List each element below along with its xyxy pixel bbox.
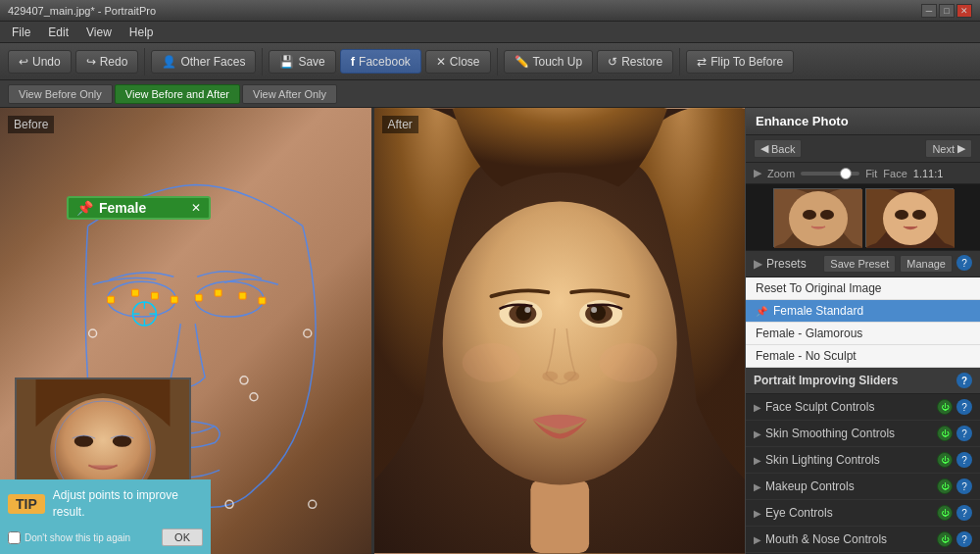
slider-expand-icon[interactable]: ▶ [754, 481, 761, 492]
slider-help-icon[interactable]: ? [956, 505, 972, 521]
facebook-button[interactable]: f Facebook [340, 49, 421, 74]
view-after-only-button[interactable]: View After Only [242, 84, 337, 104]
slider-help-icon[interactable]: ? [956, 452, 972, 468]
manage-presets-button[interactable]: Manage [900, 255, 953, 273]
slider-left: ▶ Face Sculpt Controls [754, 400, 874, 414]
tip-checkbox-input[interactable] [8, 531, 21, 544]
tip-text: Adjust points to improve result. [53, 487, 203, 521]
tip-box: TIP Adjust points to improve result. Don… [0, 479, 211, 554]
svg-rect-8 [239, 292, 246, 299]
slider-help-icon[interactable]: ? [956, 426, 972, 441]
zoom-face-button[interactable]: Face [883, 168, 906, 179]
slider-label: Skin Lighting Controls [765, 453, 880, 467]
touchup-icon: ✏️ [514, 55, 529, 69]
after-face-svg [374, 108, 746, 554]
presets-left: ▶ Presets [754, 257, 807, 271]
preset-item-no-sculpt[interactable]: Female - No Sculpt [746, 345, 980, 368]
zoom-thumb[interactable] [840, 168, 852, 179]
close-label: Close [450, 55, 480, 69]
restore-button[interactable]: ↺ Restore [597, 50, 673, 74]
tip-checkbox-label[interactable]: Don't show this tip again [8, 531, 130, 544]
minimize-button[interactable]: ─ [921, 4, 937, 18]
svg-point-39 [542, 372, 558, 381]
close-window-button[interactable]: ✕ [956, 4, 972, 18]
back-label: Back [771, 143, 795, 155]
female-label-close[interactable]: ✕ [191, 201, 201, 215]
power-button[interactable]: ⏻ [937, 426, 953, 441]
presets-right: Save Preset Manage ? [823, 255, 972, 273]
sliders-help-button[interactable]: ? [956, 373, 972, 388]
view-before-after-button[interactable]: View Before and After [115, 84, 240, 104]
power-button[interactable]: ⏻ [937, 399, 953, 415]
svg-point-0 [108, 281, 176, 317]
separator-1 [144, 48, 145, 76]
facebook-label: Facebook [359, 55, 411, 69]
other-faces-button[interactable]: 👤 Other Faces [151, 50, 256, 74]
power-button[interactable]: ⏻ [937, 531, 953, 547]
tip-ok-button[interactable]: OK [162, 529, 203, 546]
zoom-value: 1.11:1 [913, 168, 944, 179]
slider-help-icon[interactable]: ? [956, 531, 972, 547]
facebook-icon: f [351, 54, 355, 69]
before-thumbnail [773, 188, 861, 247]
other-faces-label: Other Faces [180, 55, 245, 69]
separator-2 [262, 48, 263, 76]
pin-icon: 📌 [76, 200, 93, 216]
slider-help-icon[interactable]: ? [956, 478, 972, 494]
next-label: Next [932, 143, 955, 155]
power-button[interactable]: ⏻ [937, 478, 953, 494]
svg-point-46 [820, 210, 834, 220]
back-arrow-icon: ◀ [760, 142, 768, 155]
toolbar: ↩ Undo ↪ Redo 👤 Other Faces 💾 Save f Fac… [0, 43, 980, 80]
touch-up-button[interactable]: ✏️ Touch Up [504, 50, 594, 74]
back-button[interactable]: ◀ Back [754, 139, 802, 158]
preset-item-glamorous[interactable]: Female - Glamorous [746, 323, 980, 345]
slider-help-icon[interactable]: ? [956, 399, 972, 415]
redo-button[interactable]: ↪ Redo [75, 50, 139, 74]
slider-expand-icon[interactable]: ▶ [754, 508, 761, 519]
svg-rect-6 [195, 294, 202, 301]
svg-rect-5 [171, 296, 177, 303]
menu-file[interactable]: File [4, 24, 38, 41]
slider-expand-icon[interactable]: ▶ [754, 534, 761, 545]
slider-row-skin-lighting: ▶ Skin Lighting Controls ⏻ ? [746, 447, 980, 474]
svg-point-48 [883, 192, 938, 245]
save-preset-button[interactable]: Save Preset [823, 255, 896, 273]
tip-footer: Don't show this tip again OK [8, 529, 203, 546]
svg-rect-4 [151, 292, 158, 299]
svg-rect-9 [259, 297, 266, 304]
presets-row: ▶ Presets Save Preset Manage ? [746, 251, 980, 277]
slider-right: ⏻ ? [937, 531, 972, 547]
menu-view[interactable]: View [78, 24, 120, 41]
titlebar: 429407_main.jpg* - PortraitPro ─ □ ✕ [0, 0, 980, 22]
undo-button[interactable]: ↩ Undo [8, 50, 72, 74]
svg-point-41 [462, 343, 520, 382]
view-before-only-button[interactable]: View Before Only [8, 84, 113, 104]
svg-point-26 [113, 435, 132, 447]
menu-help[interactable]: Help [122, 24, 162, 41]
presets-help-button[interactable]: ? [956, 255, 972, 271]
restore-label: Restore [621, 55, 662, 69]
svg-rect-3 [131, 289, 138, 296]
flip-button[interactable]: ⇄ Flip To Before [686, 50, 794, 74]
sliders-header: Portrait Improving Sliders ? [746, 368, 980, 394]
next-button[interactable]: Next ▶ [925, 139, 972, 158]
zoom-slider[interactable] [801, 172, 859, 176]
menu-edit[interactable]: Edit [40, 24, 76, 41]
separator-4 [679, 48, 680, 76]
slider-expand-icon[interactable]: ▶ [754, 428, 761, 439]
slider-expand-icon[interactable]: ▶ [754, 402, 761, 413]
close-button[interactable]: ✕ Close [425, 50, 491, 74]
slider-row-eye: ▶ Eye Controls ⏻ ? [746, 500, 980, 527]
flip-icon: ⇄ [697, 55, 707, 69]
power-button[interactable]: ⏻ [937, 452, 953, 468]
power-button[interactable]: ⏻ [937, 505, 953, 521]
maximize-button[interactable]: □ [939, 4, 955, 18]
svg-point-33 [515, 305, 531, 321]
preset-item-reset[interactable]: Reset To Original Image [746, 277, 980, 300]
zoom-arrow-icon: ▶ [754, 167, 761, 179]
zoom-fit-button[interactable]: Fit [865, 168, 877, 179]
preset-item-female-standard[interactable]: 📌 Female Standard [746, 300, 980, 323]
slider-expand-icon[interactable]: ▶ [754, 455, 761, 466]
save-button[interactable]: 💾 Save [269, 50, 335, 74]
